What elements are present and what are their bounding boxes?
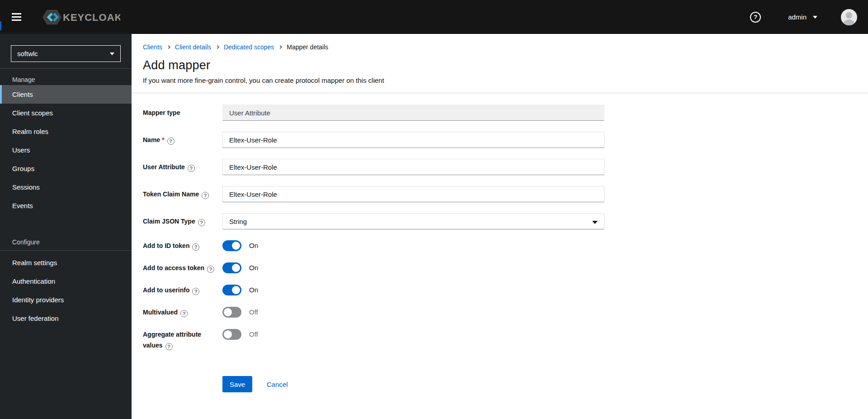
user-dropdown[interactable]: admin (788, 13, 817, 21)
add-to-userinfo-toggle[interactable] (222, 285, 241, 295)
aggregate-attribute-values-toggle[interactable] (222, 329, 241, 340)
aggregate-attribute-values-row: Aggregate attribute values? Off (143, 329, 868, 351)
cancel-button[interactable]: Cancel (267, 381, 288, 388)
help-icon[interactable]: ? (188, 165, 195, 172)
chevron-right-icon (167, 45, 170, 49)
claim-json-type-value: String (229, 218, 247, 225)
chevron-down-icon (592, 221, 598, 224)
sidebar-item-client-scopes[interactable]: Client scopes (0, 104, 132, 122)
sidebar-item-sessions[interactable]: Sessions (0, 178, 132, 196)
avatar[interactable] (841, 9, 857, 25)
avatar-person-icon (846, 12, 852, 19)
name-label: Name*? (143, 134, 222, 145)
toggle-state-label: On (249, 240, 258, 251)
save-button[interactable]: Save (222, 376, 252, 392)
sidebar-item-users[interactable]: Users (0, 141, 132, 159)
help-icon[interactable]: ? (165, 343, 173, 350)
add-to-access-token-row: Add to access token? On (143, 262, 868, 273)
help-icon[interactable]: ? (207, 266, 214, 273)
toggle-state-label: Off (249, 307, 258, 318)
masthead: KEYCLOAK ? admin (0, 0, 868, 34)
realm-name: softwlc (17, 50, 38, 57)
aggregate-attribute-values-label: Aggregate attribute values? (143, 329, 222, 351)
help-icon[interactable]: ? (750, 12, 761, 23)
add-to-id-token-toggle[interactable] (222, 240, 241, 251)
form-actions: Save Cancel (143, 376, 868, 392)
toggle-state-label: Off (249, 329, 258, 340)
add-to-userinfo-label: Add to userinfo? (143, 285, 222, 295)
sidebar-item-authentication[interactable]: Authentication (0, 272, 132, 290)
page-title: Add mapper (143, 58, 857, 72)
sidebar-item-identity-providers[interactable]: Identity providers (0, 290, 132, 309)
add-mapper-form: Mapper type Name*? User Attribute? Token… (132, 93, 868, 392)
chevron-down-icon (110, 52, 114, 55)
name-row: Name*? (143, 132, 868, 148)
breadcrumb-clients[interactable]: Clients (143, 43, 162, 51)
multivalued-label: Multivalued? (143, 307, 222, 318)
help-icon[interactable]: ? (202, 192, 209, 199)
mapper-type-label: Mapper type (143, 107, 222, 118)
claim-json-type-row: Claim JSON Type? String (143, 213, 868, 229)
help-icon[interactable]: ? (192, 288, 199, 295)
token-claim-name-input[interactable] (222, 186, 604, 202)
nav-section-configure: Configure (0, 231, 132, 250)
breadcrumb: Clients Client details Dedicated scopes … (143, 43, 857, 51)
chevron-down-icon (813, 16, 817, 19)
sidebar-item-realm-settings[interactable]: Realm settings (0, 253, 132, 272)
help-icon[interactable]: ? (167, 138, 175, 145)
brand-text: KEYCLOAK (63, 12, 120, 23)
nav-section-manage: Manage (0, 69, 132, 85)
sidebar: softwlc Manage Clients Client scopes Rea… (0, 34, 132, 419)
sidebar-item-groups[interactable]: Groups (0, 159, 132, 178)
claim-json-type-label: Claim JSON Type? (143, 216, 222, 227)
main-content: Clients Client details Dedicated scopes … (132, 34, 868, 419)
breadcrumb-dedicated-scopes[interactable]: Dedicated scopes (224, 43, 274, 51)
user-attribute-label: User Attribute? (143, 162, 222, 172)
add-to-userinfo-row: Add to userinfo? On (143, 285, 868, 295)
breadcrumb-current: Mapper details (287, 43, 328, 51)
multivalued-row: Multivalued? Off (143, 307, 868, 318)
help-icon[interactable]: ? (180, 310, 188, 317)
sidebar-item-user-federation[interactable]: User federation (0, 309, 132, 328)
realm-selector[interactable]: softwlc (11, 45, 121, 62)
required-asterisk: * (162, 136, 164, 143)
token-claim-name-row: Token Claim Name? (143, 186, 868, 202)
add-to-id-token-label: Add to ID token? (143, 240, 222, 251)
help-icon[interactable]: ? (192, 243, 199, 251)
user-attribute-row: User Attribute? (143, 159, 868, 175)
username-label: admin (788, 13, 807, 21)
sidebar-item-clients[interactable]: Clients (0, 85, 132, 104)
masthead-accent-bar (0, 21, 1, 30)
sidebar-divider (0, 250, 132, 251)
breadcrumb-client-details[interactable]: Client details (175, 43, 211, 51)
mapper-type-row: Mapper type (143, 105, 868, 121)
chevron-right-icon (216, 45, 219, 49)
add-to-access-token-label: Add to access token? (143, 262, 222, 273)
keycloak-logo[interactable]: KEYCLOAK (40, 9, 120, 26)
claim-json-type-select[interactable]: String (222, 213, 604, 229)
page-subtitle: If you want more fine-grain control, you… (143, 76, 857, 84)
toggle-state-label: On (249, 262, 258, 273)
name-input[interactable] (222, 132, 604, 148)
add-to-id-token-row: Add to ID token? On (143, 240, 868, 251)
toggle-state-label: On (249, 285, 258, 295)
user-attribute-input[interactable] (222, 159, 604, 175)
chevron-right-icon (278, 45, 282, 49)
add-to-access-token-toggle[interactable] (222, 262, 241, 273)
token-claim-name-label: Token Claim Name? (143, 189, 222, 200)
mapper-type-input (222, 105, 604, 121)
help-icon[interactable]: ? (198, 219, 205, 226)
multivalued-toggle[interactable] (222, 307, 241, 318)
nav-toggle-hamburger-icon[interactable] (10, 10, 27, 25)
sidebar-item-realm-roles[interactable]: Realm roles (0, 122, 132, 141)
sidebar-item-events[interactable]: Events (0, 196, 132, 215)
